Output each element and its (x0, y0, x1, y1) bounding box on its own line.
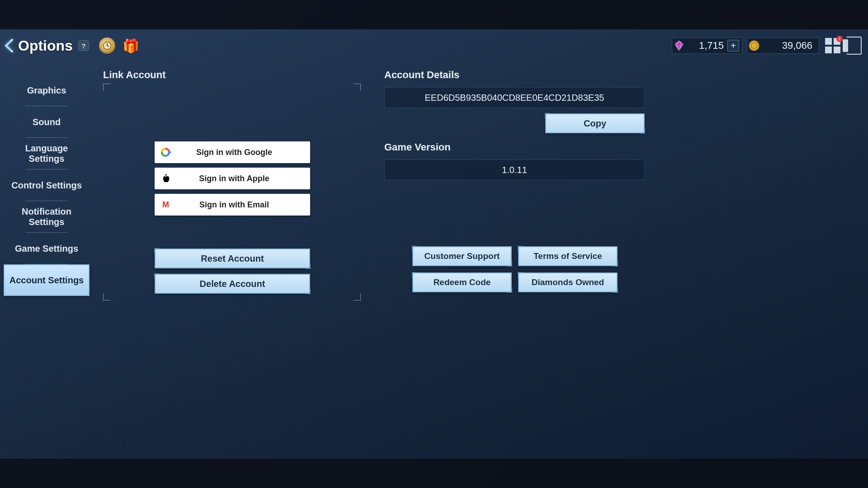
google-icon (161, 148, 170, 157)
clock-icon[interactable] (99, 38, 115, 54)
tab-language-label: Language Settings (7, 143, 86, 164)
mail-icon: M (162, 200, 169, 210)
signin-google-button[interactable]: Sign in with Google (155, 141, 310, 163)
signin-apple-button[interactable]: Sign in with Apple (155, 168, 310, 189)
account-details-panel: Account Details EED6D5B935B040CD8EE0E4CD… (384, 69, 645, 190)
letterbox-top (0, 0, 868, 29)
tos-button[interactable]: Terms of Service (518, 246, 618, 266)
currency-1-amount: 1,715 (687, 40, 727, 52)
tab-control[interactable]: Control Settings (4, 169, 90, 201)
signin-google-label: Sign in with Google (176, 148, 310, 157)
account-id-box: EED6D5B935B040CD8EE0E4CD21D83E35 (384, 87, 645, 108)
account-details-title: Account Details (384, 69, 645, 81)
tab-account-label: Account Settings (9, 275, 84, 286)
currency-1[interactable]: 1,715 + (672, 38, 742, 54)
delete-account-label: Delete Account (200, 279, 265, 289)
exit-button[interactable] (846, 37, 862, 55)
svg-point-1 (749, 41, 759, 51)
tab-language[interactable]: Language Settings (4, 138, 90, 169)
delete-account-button[interactable]: Delete Account (155, 274, 310, 294)
tab-sound[interactable]: Sound (4, 106, 90, 138)
reset-account-label: Reset Account (201, 253, 264, 264)
letterbox-bottom (0, 459, 868, 488)
tab-notification-label: Notification Settings (7, 206, 86, 227)
header: Options ? 🎁 1,715 + 39,066 (0, 33, 868, 58)
sidebar: GraphicsSoundLanguage SettingsControl Se… (4, 75, 90, 296)
customer-support-label: Customer Support (425, 251, 500, 261)
support-button-grid: Customer Support Terms of Service Redeem… (412, 246, 618, 292)
apple-icon (155, 174, 176, 183)
tab-game[interactable]: Game Settings (4, 233, 90, 264)
signin-apple-label: Sign in with Apple (176, 174, 310, 183)
tab-sound-label: Sound (33, 117, 61, 127)
signin-email-label: Sign in with Email (176, 200, 310, 210)
game-version-value: 1.0.11 (502, 165, 527, 175)
account-action-stack: Reset Account Delete Account (155, 249, 310, 294)
copy-button[interactable]: Copy (545, 113, 645, 133)
tab-notification[interactable]: Notification Settings (4, 201, 90, 233)
customer-support-button[interactable]: Customer Support (412, 246, 512, 266)
game-version-box: 1.0.11 (384, 160, 645, 180)
copy-label: Copy (584, 118, 606, 129)
currency-2[interactable]: 39,066 (747, 38, 819, 54)
link-account-title: Link Account (103, 69, 362, 81)
redeem-code-button[interactable]: Redeem Code (412, 272, 512, 292)
reset-account-button[interactable]: Reset Account (155, 249, 310, 268)
diamonds-owned-label: Diamonds Owned (532, 277, 604, 287)
redeem-code-label: Redeem Code (434, 277, 491, 287)
game-area: Options ? 🎁 1,715 + 39,066 (0, 29, 868, 459)
page-title: Options (18, 38, 73, 54)
gift-icon[interactable]: 🎁 (123, 38, 139, 54)
tab-graphics-label: Graphics (27, 85, 66, 96)
tab-control-label: Control Settings (11, 180, 82, 191)
menu-button[interactable]: ! (824, 37, 842, 55)
help-button[interactable]: ? (78, 40, 89, 51)
account-id-value: EED6D5B935B040CD8EE0E4CD21D83E35 (425, 93, 604, 103)
game-version-title: Game Version (384, 141, 645, 153)
tab-game-label: Game Settings (15, 244, 78, 254)
gem-icon (671, 38, 687, 53)
add-currency-1-button[interactable]: + (727, 40, 739, 52)
tab-account[interactable]: Account Settings (4, 264, 90, 296)
signin-email-button[interactable]: M Sign in with Email (155, 194, 310, 216)
tos-label: Terms of Service (533, 251, 602, 261)
tab-graphics[interactable]: Graphics (4, 75, 90, 106)
clock-face-icon (102, 41, 112, 51)
coin-icon (746, 38, 762, 53)
chevron-left-icon (4, 39, 14, 52)
back-button[interactable] (3, 38, 15, 54)
signin-stack: Sign in with Google Sign in with Apple M… (155, 141, 310, 216)
currency-2-amount: 39,066 (762, 40, 816, 52)
diamonds-owned-button[interactable]: Diamonds Owned (518, 272, 618, 292)
notification-badge: ! (836, 36, 843, 42)
